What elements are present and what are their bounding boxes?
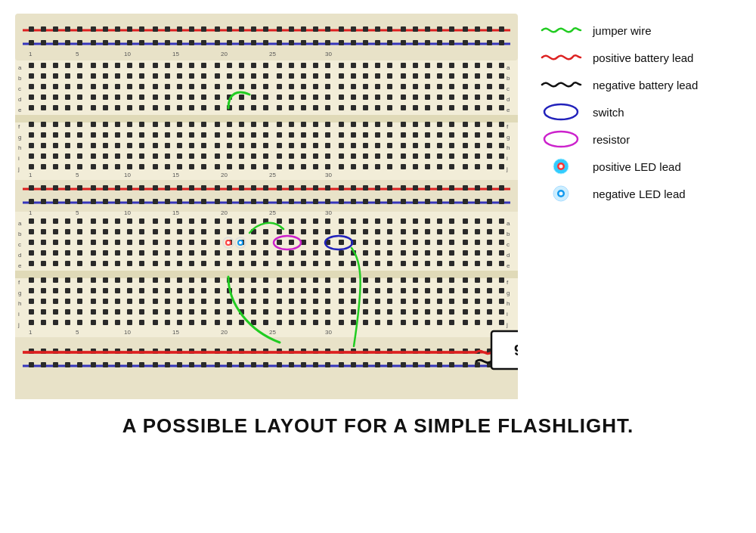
svg-rect-384 bbox=[189, 143, 194, 148]
svg-rect-31 bbox=[363, 26, 368, 32]
svg-rect-424 bbox=[189, 153, 194, 159]
svg-rect-4 bbox=[29, 26, 34, 32]
svg-rect-160 bbox=[401, 73, 406, 79]
svg-rect-519 bbox=[127, 185, 132, 191]
svg-rect-660 bbox=[313, 229, 318, 234]
svg-rect-706 bbox=[387, 240, 392, 245]
svg-text:c: c bbox=[507, 241, 510, 248]
svg-text:j: j bbox=[17, 321, 20, 328]
svg-rect-429 bbox=[251, 153, 256, 159]
svg-rect-750 bbox=[437, 250, 442, 256]
svg-rect-318 bbox=[363, 122, 368, 127]
svg-rect-904 bbox=[351, 299, 356, 304]
svg-rect-1088 bbox=[425, 362, 430, 367]
svg-rect-678 bbox=[41, 240, 46, 245]
svg-rect-937 bbox=[263, 309, 268, 315]
svg-rect-994 bbox=[475, 320, 480, 325]
svg-rect-409 bbox=[499, 143, 504, 148]
svg-rect-729 bbox=[177, 250, 182, 256]
svg-rect-10 bbox=[103, 26, 108, 32]
svg-rect-64 bbox=[289, 40, 294, 45]
svg-rect-49 bbox=[103, 40, 108, 45]
svg-rect-902 bbox=[325, 299, 330, 304]
svg-rect-847 bbox=[139, 288, 144, 293]
svg-rect-460 bbox=[139, 164, 144, 169]
svg-rect-5 bbox=[41, 26, 46, 32]
svg-rect-916 bbox=[499, 299, 504, 304]
svg-rect-900 bbox=[301, 299, 306, 304]
legend-item-jumper-wire: jumper wire bbox=[541, 21, 737, 39]
svg-rect-857 bbox=[263, 288, 268, 293]
svg-rect-692 bbox=[215, 240, 220, 245]
svg-rect-806 bbox=[127, 277, 132, 283]
svg-rect-303 bbox=[177, 122, 182, 127]
svg-rect-964 bbox=[103, 320, 108, 325]
svg-rect-51 bbox=[127, 40, 132, 45]
svg-rect-263 bbox=[189, 105, 194, 110]
svg-rect-24 bbox=[277, 26, 282, 32]
svg-rect-359 bbox=[375, 132, 380, 138]
svg-rect-219 bbox=[139, 95, 144, 100]
svg-rect-122 bbox=[425, 63, 430, 68]
svg-rect-924 bbox=[103, 309, 108, 315]
legend-item-positive-battery-lead: positive battery lead bbox=[541, 48, 737, 67]
svg-rect-96 bbox=[103, 63, 108, 68]
svg-rect-686 bbox=[139, 240, 144, 245]
legend-label-negative-battery-lead: negative battery lead bbox=[593, 79, 698, 91]
svg-rect-236 bbox=[351, 95, 356, 100]
svg-rect-464 bbox=[189, 164, 194, 169]
svg-rect-388 bbox=[239, 143, 244, 148]
svg-rect-631 bbox=[449, 218, 454, 224]
svg-rect-966 bbox=[127, 320, 132, 325]
svg-text:25: 25 bbox=[269, 172, 276, 178]
svg-rect-1068 bbox=[177, 362, 182, 367]
svg-rect-685 bbox=[127, 240, 132, 245]
svg-rect-586 bbox=[475, 199, 480, 204]
svg-rect-77 bbox=[449, 40, 454, 45]
svg-rect-321 bbox=[401, 122, 406, 127]
svg-text:i: i bbox=[18, 155, 20, 162]
svg-rect-413 bbox=[53, 153, 58, 159]
svg-rect-679 bbox=[53, 240, 58, 245]
svg-text:15: 15 bbox=[172, 51, 179, 57]
svg-rect-819 bbox=[289, 277, 294, 283]
svg-text:1: 1 bbox=[29, 329, 33, 336]
svg-rect-172 bbox=[53, 84, 58, 89]
svg-rect-760 bbox=[65, 261, 70, 266]
svg-rect-443 bbox=[425, 153, 430, 159]
svg-rect-484 bbox=[437, 164, 442, 169]
svg-rect-238 bbox=[375, 95, 380, 100]
svg-rect-102 bbox=[177, 63, 182, 68]
svg-rect-731 bbox=[201, 250, 206, 256]
svg-rect-366 bbox=[463, 132, 468, 138]
svg-rect-309 bbox=[251, 122, 256, 127]
svg-rect-94 bbox=[77, 63, 82, 68]
svg-rect-891 bbox=[189, 299, 194, 304]
svg-rect-672 bbox=[463, 229, 468, 234]
svg-rect-7 bbox=[65, 26, 70, 32]
svg-rect-361 bbox=[401, 132, 406, 138]
svg-rect-925 bbox=[115, 309, 120, 315]
svg-rect-148 bbox=[251, 73, 256, 79]
svg-rect-262 bbox=[177, 105, 182, 110]
svg-rect-859 bbox=[289, 288, 294, 293]
svg-rect-661 bbox=[325, 229, 330, 234]
svg-rect-803 bbox=[91, 277, 96, 283]
svg-rect-365 bbox=[449, 132, 454, 138]
svg-rect-748 bbox=[413, 250, 418, 256]
svg-rect-311 bbox=[277, 122, 282, 127]
svg-rect-762 bbox=[91, 261, 96, 266]
svg-rect-81 bbox=[499, 40, 504, 45]
svg-rect-40 bbox=[475, 26, 480, 32]
svg-rect-168 bbox=[499, 73, 504, 79]
svg-rect-131 bbox=[41, 73, 46, 79]
svg-rect-827 bbox=[387, 277, 392, 283]
svg-rect-513 bbox=[53, 185, 58, 191]
svg-rect-884 bbox=[103, 299, 108, 304]
svg-rect-337 bbox=[103, 132, 108, 138]
svg-rect-482 bbox=[413, 164, 418, 169]
svg-rect-292 bbox=[41, 122, 46, 127]
svg-rect-104 bbox=[201, 63, 206, 68]
svg-rect-632 bbox=[463, 218, 468, 224]
svg-rect-613 bbox=[227, 218, 232, 224]
